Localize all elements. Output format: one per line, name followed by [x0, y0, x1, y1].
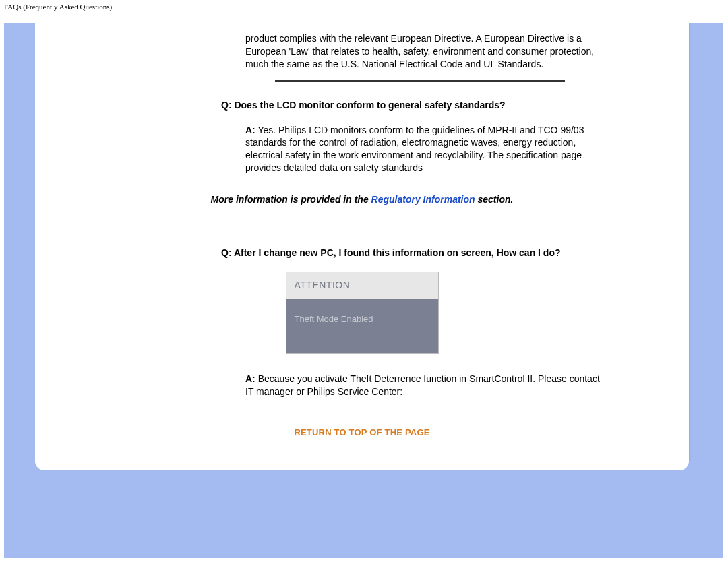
q-text: After I change new PC, I found this info…: [232, 247, 561, 258]
faq2-question: Q: After I change new PC, I found this i…: [221, 247, 626, 259]
more-info-after: section.: [475, 194, 514, 205]
regulatory-info-link[interactable]: Regulatory Information: [371, 194, 475, 205]
attention-title: ATTENTION: [286, 272, 438, 299]
divider: [275, 80, 565, 82]
q-text: Does the LCD monitor conform to general …: [232, 100, 506, 111]
attention-body: Theft Mode Enabled: [286, 299, 438, 354]
content-area: product complies with the relevant Europ…: [35, 23, 689, 439]
more-info-line: More information is provided in the Regu…: [146, 193, 578, 206]
faq1-answer: A: Yes. Philips LCD monitors conform to …: [245, 124, 603, 175]
faq1-question: Q: Does the LCD monitor conform to gener…: [221, 99, 626, 112]
content-card: product complies with the relevant Europ…: [35, 23, 689, 470]
page-background: product complies with the relevant Europ…: [4, 23, 723, 558]
intro-paragraph: product complies with the relevant Europ…: [245, 23, 603, 71]
card-footer-divider: [47, 451, 677, 451]
a-prefix: A:: [245, 373, 255, 384]
faq2-answer: A: Because you activate Theft Deterrence…: [245, 373, 603, 398]
card-shadow: [689, 23, 692, 461]
return-to-top-link[interactable]: RETURN TO TOP OF THE PAGE: [294, 427, 429, 437]
a-prefix: A:: [245, 125, 255, 135]
q-prefix: Q:: [221, 100, 232, 111]
attention-dialog: ATTENTION Theft Mode Enabled: [286, 272, 439, 354]
more-info-before: More information is provided in the: [211, 194, 371, 205]
a-text: Yes. Philips LCD monitors conform to the…: [245, 125, 584, 174]
q-prefix: Q:: [221, 247, 232, 258]
a-text: Because you activate Theft Deterrence fu…: [245, 373, 600, 397]
page-header-title: FAQs (Frequently Asked Questions): [0, 0, 728, 13]
